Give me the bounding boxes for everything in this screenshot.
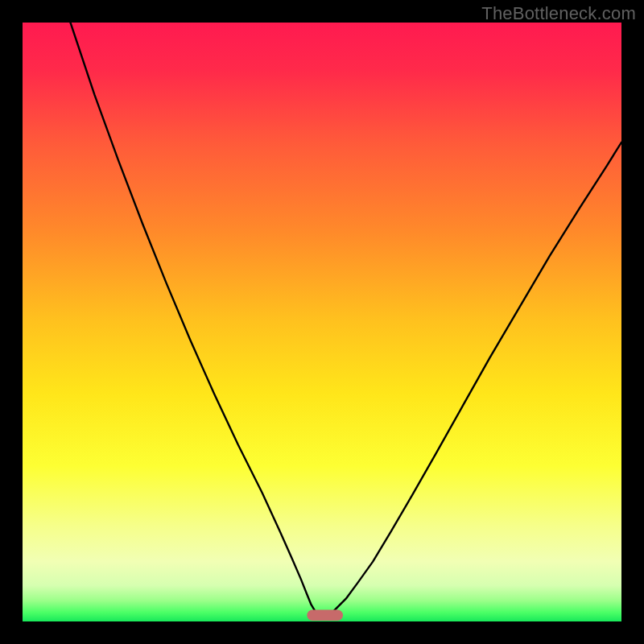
plot-area	[23, 23, 621, 621]
gradient-background	[23, 23, 621, 621]
chart-svg	[23, 23, 621, 621]
chart-frame: TheBottleneck.com	[0, 0, 644, 644]
watermark-label: TheBottleneck.com	[481, 3, 636, 24]
bottom-marker	[307, 610, 343, 621]
